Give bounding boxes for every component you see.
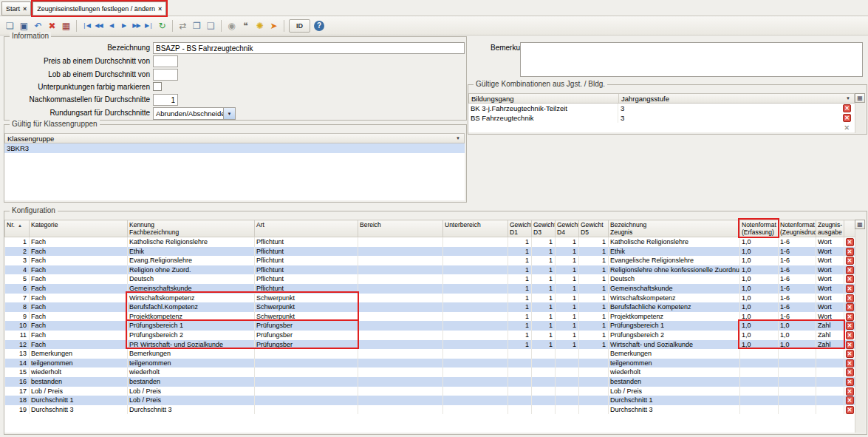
column-header-klassengruppe[interactable]: Klassengruppe ▼ <box>5 134 464 143</box>
column-header-unterbereich[interactable]: Unterbereich <box>443 220 508 237</box>
column-header-gewicht-d3[interactable]: Gewicht D3 <box>532 220 556 237</box>
konfig-row[interactable]: 12FachPR Wirtschaft- und SozialkundePrüf… <box>5 340 855 350</box>
rundungsart-select[interactable]: Abrunden/Abschneiden ▼ <box>153 107 236 120</box>
delete-row-icon[interactable]: ✕ <box>843 114 851 122</box>
new-record-button[interactable]: ❏ <box>3 18 17 33</box>
tab-zeugniseinstellungen[interactable]: Zeugniseinstellungen festlegen / ändern … <box>33 1 166 16</box>
kombination-row[interactable]: BK 3-j.Fahrzeugtechnik-Teilzeit3✕ <box>468 104 855 113</box>
konfig-row[interactable]: 8FachBerufsfachl.KompetenzSchwerpunkt111… <box>5 302 855 312</box>
konfig-row[interactable]: 7FachWirtschaftskompetenzSchwerpunkt1111… <box>5 294 855 303</box>
delete-row-icon[interactable]: ✕ <box>846 396 854 404</box>
bezeichnung-input[interactable] <box>153 42 465 54</box>
help-button[interactable]: ? <box>314 21 324 31</box>
column-header-zeugnisausgabe[interactable]: Zeugnis- ausgabe <box>816 220 844 237</box>
delete-row-icon[interactable]: ✕ <box>846 387 854 396</box>
column-header-notenformat-erfassung[interactable]: Notenformat (Erfassung) <box>740 220 779 237</box>
column-header-art[interactable]: Art <box>255 220 358 237</box>
save-button[interactable]: ▣ <box>17 18 31 33</box>
klassengruppe-row[interactable]: 3BKR3 <box>4 143 465 153</box>
delete-row-icon[interactable]: ✕ <box>846 406 854 414</box>
column-header-kennung[interactable]: Kennung Fachbezeichnung <box>128 220 255 237</box>
bemerkung-textarea[interactable] <box>520 42 863 77</box>
announce-button[interactable]: ➤ <box>267 18 281 33</box>
delete-row-icon[interactable]: ✕ <box>846 285 854 293</box>
delete-row-icon[interactable]: ✕ <box>846 322 854 330</box>
paste-button[interactable]: ❑ <box>204 18 218 33</box>
hint-button[interactable]: ✺ <box>253 18 267 33</box>
nav-last-button[interactable]: ▶❘ <box>143 18 155 33</box>
dropdown-icon[interactable]: ▼ <box>844 96 852 101</box>
lob-input[interactable] <box>153 69 178 81</box>
column-header-nr[interactable]: Nr.▲ <box>5 220 30 237</box>
preis-input[interactable] <box>153 55 178 67</box>
lock-button[interactable]: ◉ <box>225 18 239 33</box>
konfig-row[interactable]: 3FachEvang.ReligionslehrePflichtunt1111E… <box>5 256 855 265</box>
delete-row-icon[interactable]: ✕ <box>846 248 854 256</box>
delete-row-icon[interactable]: ✕ <box>846 341 854 349</box>
konfig-row[interactable]: 17Lob / PreisLob / PreisLob / Preis✕ <box>5 387 855 396</box>
grid-settings-button[interactable]: ▦ <box>855 220 865 229</box>
column-header-bildungsgang[interactable]: Bildungsgang <box>469 94 619 103</box>
konfig-row[interactable]: 10FachPrüfungsbereich 1Prüfungsber1111Pr… <box>5 321 855 331</box>
copy-button[interactable]: ❐ <box>190 18 204 33</box>
column-header-notenformat-zeugnisdruck[interactable]: Notenformat (Zeugnisdruck) <box>779 220 816 237</box>
column-header-gewicht-d4[interactable]: Gewicht D4 <box>556 220 579 237</box>
nav-next-page-button[interactable]: ▶▶ <box>130 18 143 33</box>
delete-row-icon[interactable]: ✕ <box>846 257 854 265</box>
konfig-row[interactable]: 2FachEthikPflichtunt1111Ethik1,01-6Wort✕ <box>5 247 855 257</box>
konfig-row[interactable]: 16bestandenbestandenbestanden✕ <box>5 377 855 387</box>
comment-button[interactable]: ❝ <box>239 18 253 33</box>
delete-row-icon[interactable]: ✕ <box>846 331 854 339</box>
nav-prev-button[interactable]: ◀ <box>105 18 117 33</box>
kombination-row[interactable]: BS Fahrzeugtechnik3✕ <box>468 113 855 123</box>
delete-row-icon[interactable]: ✕ <box>846 313 854 321</box>
column-header-bereich[interactable]: Bereich <box>358 220 443 237</box>
nav-next-button[interactable]: ▶ <box>117 18 130 33</box>
close-icon[interactable]: × <box>23 5 27 13</box>
toolbar-separator <box>221 20 222 32</box>
konfig-row[interactable]: 4FachReligion ohne Zuord.Pflichtunt1111R… <box>5 265 855 275</box>
konfig-row[interactable]: 13BemerkungenBemerkungenBemerkungen✕ <box>5 349 855 359</box>
column-header-gewicht-d1[interactable]: Gewicht D1 <box>508 220 532 237</box>
refresh-button[interactable]: ↻ <box>155 18 169 33</box>
konfig-row[interactable]: 15wiederholtwiederholtwiederholt✕ <box>5 367 855 377</box>
konfig-row[interactable]: 6FachGemeinschaftskundePflichtunt1111Gem… <box>5 284 855 294</box>
konfig-row[interactable]: 11FachPrüfungsbereich 2Prüfungsber1111Pr… <box>5 331 855 340</box>
delete-row-icon[interactable]: ✕ <box>846 294 854 302</box>
transfer-button[interactable]: ⇄ <box>176 18 190 33</box>
column-header-jahrgangsstufe[interactable]: Jahrgangsstufe ▼ <box>619 94 854 103</box>
grid-edit-button[interactable]: ▦ <box>59 18 73 33</box>
delete-row-icon[interactable]: ✕ <box>846 238 854 246</box>
delete-row-icon[interactable]: ✕ <box>843 104 851 112</box>
delete-row-icon[interactable]: ✕ <box>846 368 854 376</box>
close-icon[interactable]: × <box>158 5 162 13</box>
id-button[interactable]: ID <box>289 19 310 33</box>
delete-row-icon[interactable]: ✕ <box>846 303 854 311</box>
delete-row-icon[interactable]: ✕ <box>846 350 854 358</box>
delete-row-icon[interactable]: ✕ <box>846 275 854 283</box>
konfig-row[interactable]: 5FachDeutschPflichtunt1111Deutsch1,01-6W… <box>5 274 855 284</box>
scrollbar-track[interactable] <box>855 103 865 133</box>
dropdown-icon[interactable]: ▼ <box>223 108 235 119</box>
delete-row-icon[interactable]: ✕ <box>846 359 854 367</box>
undo-button[interactable]: ↶ <box>31 18 45 33</box>
nachkommastellen-input[interactable] <box>153 94 178 106</box>
dropdown-icon[interactable]: ▼ <box>454 136 462 140</box>
column-header-gewicht-d5[interactable]: Gewicht D5 <box>579 220 609 237</box>
konfig-row[interactable]: 19Durchschnitt 3Durchschnitt 3Durchschni… <box>5 405 855 415</box>
column-header-bezeichnung-zeugnis[interactable]: Bezeichnung Zeugnis <box>609 220 740 237</box>
scrollbar-track[interactable] <box>855 220 865 433</box>
unterpunktungen-checkbox[interactable] <box>153 82 162 91</box>
delete-row-icon[interactable]: ✕ <box>846 266 854 274</box>
column-header-kategorie[interactable]: Kategorie <box>30 220 128 237</box>
konfig-row[interactable]: 1FachKatholische ReligionslehrePflichtun… <box>5 237 855 247</box>
konfig-row[interactable]: 9FachProjektkompetenzSchwerpunkt1111Proj… <box>5 312 855 322</box>
grid-settings-button[interactable]: ▦ <box>855 93 865 103</box>
konfig-row[interactable]: 14teilgenommenteilgenommenteilgenommen✕ <box>5 359 855 368</box>
nav-prev-page-button[interactable]: ◀◀ <box>92 18 105 33</box>
tab-start[interactable]: Start × <box>1 1 31 16</box>
delete-record-button[interactable]: ✖ <box>45 18 59 33</box>
delete-row-icon[interactable]: ✕ <box>846 378 854 386</box>
konfig-row[interactable]: 18Durchschnitt 1Lob / PreisDurchschnitt … <box>5 396 855 405</box>
nav-first-button[interactable]: ❘◀ <box>80 18 92 33</box>
